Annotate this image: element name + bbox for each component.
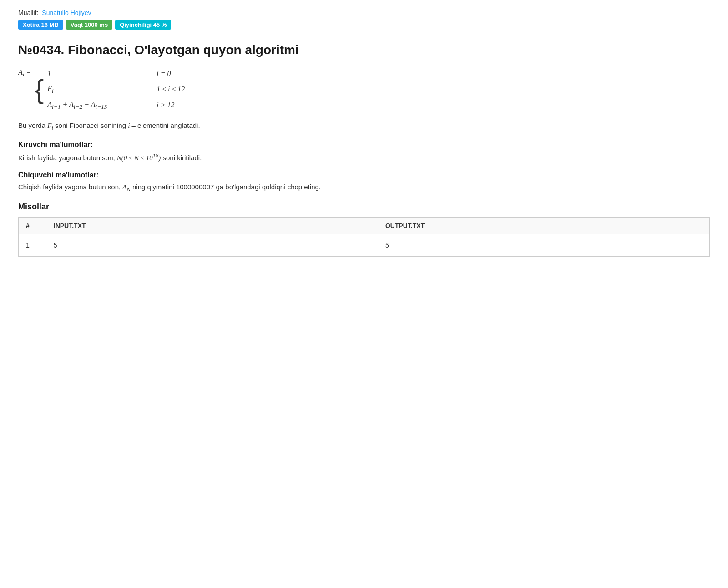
examples-section: Misollar # INPUT.TXT OUTPUT.TXT 1 5 5 [18,202,710,257]
meta-line: Muallif: Sunatullo Hojiyev [18,9,710,16]
badge-difficulty: Qiyinchiligi 45 % [115,20,171,30]
case-row-3: Ai−1 + Ai−2 − Ai−13 i > 12 [47,98,185,112]
formula-lhs: Ai = [18,66,31,78]
desc-fi: Fi [47,122,53,129]
badge-time: Vaqt 1000 ms [66,20,112,30]
author-link[interactable]: Sunatullo Hojiyev [42,9,91,16]
badges-line: Xotira 16 MB Vaqt 1000 ms Qiyinchiligi 4… [18,20,710,30]
case-expr-2: Fi [47,82,129,96]
output-section: Chiquvchi ma'lumotlar: Chiqish faylida y… [18,171,710,193]
col-header-input: INPUT.TXT [46,218,378,234]
table-row: 1 5 5 [19,234,710,257]
col-header-num: # [19,218,46,234]
desc-i: i [128,122,130,129]
description-text: Bu yerda Fi soni Fibonacci sonining i – … [18,122,710,132]
case-row-2: Fi 1 ≤ i ≤ 12 [47,82,185,96]
brace-cases: { 1 i = 0 Fi 1 ≤ i ≤ 12 Ai−1 + Ai−2 − Ai… [35,66,185,112]
row-output: 5 [378,234,709,257]
input-section: Kiruvchi ma'lumotlar: Kirish faylida yag… [18,141,710,162]
case-cond-3: i > 12 [157,99,174,112]
big-brace: { [35,76,44,103]
input-section-title: Kiruvchi ma'lumotlar: [18,141,710,149]
divider [18,35,710,35]
formula-block: Ai = { 1 i = 0 Fi 1 ≤ i ≤ 12 Ai−1 + Ai−2… [18,66,710,112]
case-cond-2: 1 ≤ i ≤ 12 [157,83,185,96]
row-num: 1 [19,234,46,257]
case-expr-1: 1 [47,67,129,81]
table-header-row: # INPUT.TXT OUTPUT.TXT [19,218,710,234]
col-header-output: OUTPUT.TXT [378,218,709,234]
input-section-text: Kirish faylida yagona butun son, N(0 ≤ N… [18,152,710,162]
row-input: 5 [46,234,378,257]
output-section-text: Chiqish faylida yagona butun son, AN nin… [18,183,710,193]
author-label: Muallif: [18,9,38,16]
examples-title: Misollar [18,202,710,212]
problem-title: №0434. Fibonacci, O'layotgan quyon algor… [18,43,710,57]
examples-table: # INPUT.TXT OUTPUT.TXT 1 5 5 [18,217,710,257]
case-row-1: 1 i = 0 [47,67,185,81]
case-expr-3: Ai−1 + Ai−2 − Ai−13 [47,98,129,112]
badge-memory: Xotira 16 MB [18,20,63,30]
output-section-title: Chiquvchi ma'lumotlar: [18,171,710,179]
case-cond-1: i = 0 [157,67,171,81]
cases-rows: 1 i = 0 Fi 1 ≤ i ≤ 12 Ai−1 + Ai−2 − Ai−1… [47,66,185,112]
